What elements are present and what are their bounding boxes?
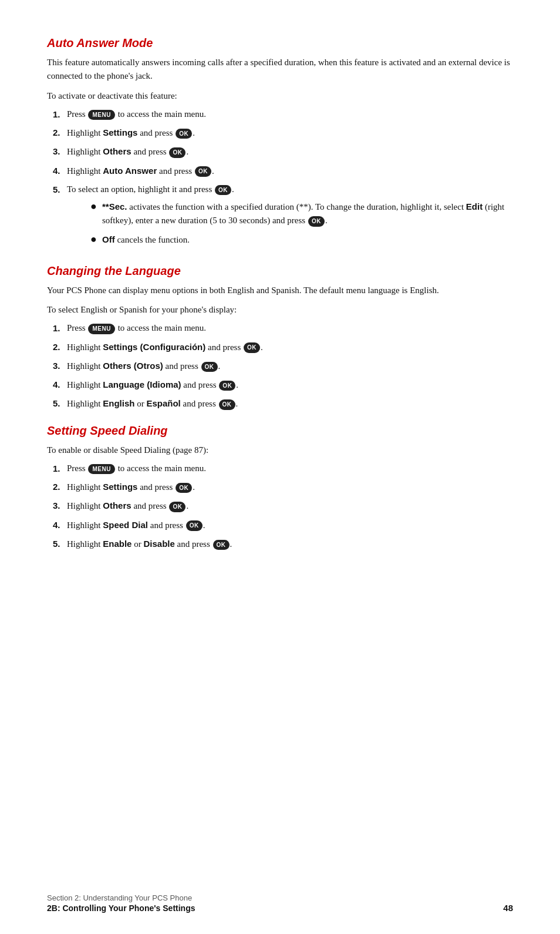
changing-language-intro: To select English or Spanish for your ph… — [47, 303, 513, 317]
speed-step-num-3: 3. — [53, 499, 67, 512]
speed-dialing-section: Setting Speed Dialing To enable or disab… — [47, 424, 513, 552]
step-num-2: 2. — [53, 126, 67, 139]
step-num-4: 4. — [53, 164, 67, 177]
changing-language-body-1: Your PCS Phone can display menu options … — [47, 284, 513, 297]
menu-badge-lang-1: MENU — [88, 324, 114, 334]
footer: Section 2: Understanding Your PCS Phone … — [47, 893, 513, 913]
auto-answer-intro: To activate or deactivate this feature: — [47, 89, 513, 103]
ok-badge-4: OK — [195, 166, 211, 177]
speed-step-num-1: 1. — [53, 462, 67, 475]
footer-section: Section 2: Understanding Your PCS Phone — [47, 893, 195, 902]
speed-step-content-2: Highlight Settings and press OK. — [67, 480, 513, 494]
speed-step-4: 4. Highlight Speed Dial and press OK. — [47, 518, 513, 532]
ok-badge-speed-2: OK — [176, 483, 192, 493]
ok-badge-speed-4: OK — [186, 520, 203, 531]
menu-badge-1: MENU — [88, 110, 114, 120]
auto-answer-steps: 1. Press MENU to access the main menu. 2… — [47, 107, 513, 251]
lang-step-1: 1. Press MENU to access the main menu. — [47, 321, 513, 335]
speed-dialing-steps: 1. Press MENU to access the main menu. 2… — [47, 462, 513, 551]
speed-step-content-1: Press MENU to access the main menu. — [67, 462, 513, 475]
speed-step-num-2: 2. — [53, 480, 67, 493]
lang-step-num-5: 5. — [53, 397, 67, 410]
step-content-2: Highlight Settings and press OK. — [67, 126, 513, 140]
bullet-dot-1: ● — [90, 200, 100, 213]
ok-badge-speed-5: OK — [213, 540, 230, 550]
step-content-3: Highlight Others and press OK. — [67, 145, 513, 159]
lang-step-content-2: Highlight Settings (Configuración) and p… — [67, 340, 513, 354]
bullet-item-1: ● **Sec. activates the function with a s… — [85, 200, 513, 228]
lang-step-content-1: Press MENU to access the main menu. — [67, 321, 513, 335]
lang-step-content-4: Highlight Language (Idioma) and press OK… — [67, 378, 513, 392]
speed-step-2: 2. Highlight Settings and press OK. — [47, 480, 513, 494]
speed-step-5: 5. Highlight Enable or Disable and press… — [47, 537, 513, 551]
bullet-item-2: ● Off cancels the function. — [85, 233, 513, 247]
step-content-1: Press MENU to access the main menu. — [67, 107, 513, 121]
lang-step-content-3: Highlight Others (Otros) and press OK. — [67, 359, 513, 373]
speed-step-num-4: 4. — [53, 518, 67, 532]
lang-step-3: 3. Highlight Others (Otros) and press OK… — [47, 359, 513, 373]
step-content-5: To select an option, highlight it and pr… — [67, 183, 513, 251]
changing-language-section: Changing the Language Your PCS Phone can… — [47, 264, 513, 411]
ok-badge-3: OK — [169, 147, 185, 158]
bullet-content-1: **Sec. activates the function with a spe… — [102, 200, 513, 228]
speed-step-content-3: Highlight Others and press OK. — [67, 499, 513, 513]
ok-badge-lang-5: OK — [219, 399, 235, 410]
speed-dialing-intro: To enable or disable Speed Dialing (page… — [47, 444, 513, 457]
ok-badge-lang-2: OK — [244, 342, 260, 353]
speed-dialing-title: Setting Speed Dialing — [47, 424, 513, 438]
bullet-content-2: Off cancels the function. — [102, 233, 190, 247]
lang-step-num-3: 3. — [53, 359, 67, 372]
speed-step-content-5: Highlight Enable or Disable and press OK… — [67, 537, 513, 551]
menu-badge-speed-1: MENU — [88, 464, 114, 475]
bullet-list-1: ● **Sec. activates the function with a s… — [85, 200, 513, 247]
speed-step-3: 3. Highlight Others and press OK. — [47, 499, 513, 513]
step-2: 2. Highlight Settings and press OK. — [47, 126, 513, 140]
footer-page: 48 — [503, 903, 513, 913]
auto-answer-title: Auto Answer Mode — [47, 36, 513, 50]
step-num-5: 5. — [53, 183, 67, 196]
ok-badge-lang-4: OK — [219, 381, 235, 391]
step-5: 5. To select an option, highlight it and… — [47, 183, 513, 251]
changing-language-title: Changing the Language — [47, 264, 513, 278]
lang-step-5: 5. Highlight English or Español and pres… — [47, 397, 513, 411]
ok-badge-bullet-1: OK — [308, 216, 325, 227]
lang-step-num-4: 4. — [53, 378, 67, 391]
footer-subsection: 2B: Controlling Your Phone's Settings — [47, 903, 195, 913]
bullet-dot-2: ● — [90, 233, 100, 246]
step-num-3: 3. — [53, 145, 67, 158]
speed-step-num-5: 5. — [53, 537, 67, 550]
ok-badge-2: OK — [176, 129, 192, 139]
speed-step-1: 1. Press MENU to access the main menu. — [47, 462, 513, 475]
ok-badge-5: OK — [215, 185, 231, 196]
speed-step-content-4: Highlight Speed Dial and press OK. — [67, 518, 513, 532]
lang-step-content-5: Highlight English or Español and press O… — [67, 397, 513, 411]
step-content-4: Highlight Auto Answer and press OK. — [67, 164, 513, 178]
auto-answer-body-1: This feature automatically answers incom… — [47, 56, 513, 83]
lang-step-2: 2. Highlight Settings (Configuración) an… — [47, 340, 513, 354]
step-4: 4. Highlight Auto Answer and press OK. — [47, 164, 513, 178]
ok-badge-speed-3: OK — [169, 502, 185, 512]
step-1: 1. Press MENU to access the main menu. — [47, 107, 513, 121]
lang-step-num-2: 2. — [53, 340, 67, 354]
footer-left: Section 2: Understanding Your PCS Phone … — [47, 893, 195, 913]
lang-step-4: 4. Highlight Language (Idioma) and press… — [47, 378, 513, 392]
step-num-1: 1. — [53, 107, 67, 121]
lang-step-num-1: 1. — [53, 321, 67, 335]
changing-language-steps: 1. Press MENU to access the main menu. 2… — [47, 321, 513, 411]
ok-badge-lang-3: OK — [201, 362, 218, 372]
step-3: 3. Highlight Others and press OK. — [47, 145, 513, 159]
auto-answer-section: Auto Answer Mode This feature automatica… — [47, 36, 513, 251]
